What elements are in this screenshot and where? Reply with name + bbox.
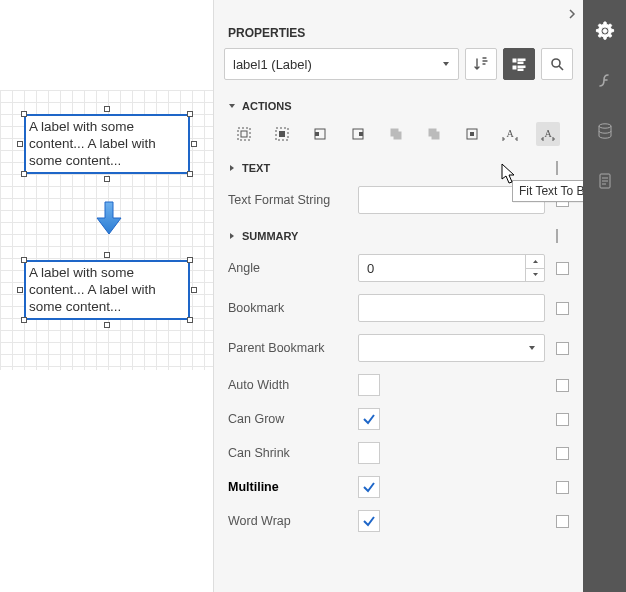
can-grow-checkbox[interactable] bbox=[358, 408, 380, 430]
search-icon bbox=[549, 56, 565, 72]
resize-handle[interactable] bbox=[104, 322, 110, 328]
action-align-right[interactable] bbox=[346, 122, 370, 146]
svg-rect-15 bbox=[359, 132, 363, 136]
label-box-before[interactable]: A label with some content... A label wit… bbox=[24, 114, 190, 174]
svg-rect-17 bbox=[394, 132, 401, 139]
section-actions-header[interactable]: Actions bbox=[214, 90, 583, 118]
collapse-panel-button[interactable] bbox=[567, 7, 577, 17]
sidebar-tab-reports[interactable] bbox=[583, 160, 626, 202]
prop-label: Bookmark bbox=[228, 301, 358, 315]
resize-handle[interactable] bbox=[104, 176, 110, 182]
category-view-button[interactable] bbox=[503, 48, 535, 80]
svg-rect-0 bbox=[513, 59, 516, 62]
sort-button[interactable] bbox=[465, 48, 497, 80]
svg-rect-2 bbox=[518, 59, 525, 61]
svg-rect-5 bbox=[518, 69, 523, 71]
section-text-label: Text bbox=[242, 162, 270, 174]
prop-label: Angle bbox=[228, 261, 358, 275]
prop-angle: Angle 0 bbox=[214, 248, 583, 288]
resize-handle[interactable] bbox=[187, 317, 193, 323]
prop-can-shrink: Can Shrink bbox=[214, 436, 583, 470]
sort-icon bbox=[473, 56, 489, 72]
properties-panel: PROPERTIES label1 (Label) bbox=[213, 0, 583, 592]
svg-point-24 bbox=[599, 124, 611, 128]
bookmark-input[interactable] bbox=[358, 294, 545, 322]
caret-right-icon bbox=[228, 232, 236, 240]
action-center[interactable] bbox=[460, 122, 484, 146]
svg-point-6 bbox=[552, 59, 560, 67]
caret-down-icon bbox=[442, 60, 450, 68]
section-summary-header[interactable]: Summary bbox=[214, 220, 583, 248]
label-box-after[interactable]: A label with some content... A label wit… bbox=[24, 260, 190, 320]
sidebar-tab-data[interactable] bbox=[583, 110, 626, 152]
prop-label: Can Grow bbox=[228, 412, 358, 426]
resize-handle[interactable] bbox=[187, 111, 193, 117]
document-icon bbox=[595, 171, 615, 191]
svg-rect-3 bbox=[518, 62, 523, 64]
prop-bookmark: Bookmark bbox=[214, 288, 583, 328]
svg-text:A: A bbox=[544, 128, 552, 139]
sidebar-tab-properties[interactable] bbox=[583, 10, 626, 52]
resize-handle[interactable] bbox=[191, 287, 197, 293]
resize-handle[interactable] bbox=[191, 141, 197, 147]
svg-rect-4 bbox=[518, 66, 525, 68]
resize-handle[interactable] bbox=[21, 171, 27, 177]
parent-bookmark-dropdown[interactable] bbox=[358, 334, 545, 362]
resize-handle[interactable] bbox=[21, 257, 27, 263]
database-icon bbox=[595, 121, 615, 141]
prop-auto-width: Auto Width bbox=[214, 368, 583, 402]
tooltip: Fit Text To Bounds bbox=[512, 180, 583, 202]
resize-handle[interactable] bbox=[187, 257, 193, 263]
design-canvas[interactable]: A label with some content... A label wit… bbox=[0, 0, 213, 592]
prop-word-wrap: Word Wrap bbox=[214, 504, 583, 538]
override-indicator[interactable] bbox=[556, 413, 569, 426]
override-indicator[interactable] bbox=[556, 161, 558, 175]
resize-handle[interactable] bbox=[187, 171, 193, 177]
spinner-up[interactable] bbox=[526, 255, 544, 269]
action-align-left[interactable] bbox=[308, 122, 332, 146]
override-indicator[interactable] bbox=[556, 481, 569, 494]
sidebar-tab-expressions[interactable] bbox=[583, 60, 626, 102]
auto-width-checkbox[interactable] bbox=[358, 374, 380, 396]
resize-handle[interactable] bbox=[104, 252, 110, 258]
search-button[interactable] bbox=[541, 48, 573, 80]
svg-line-7 bbox=[559, 66, 563, 70]
spinner-down[interactable] bbox=[526, 269, 544, 282]
section-actions-label: Actions bbox=[242, 100, 292, 112]
override-indicator[interactable] bbox=[556, 515, 569, 528]
element-selector-dropdown[interactable]: label1 (Label) bbox=[224, 48, 459, 80]
resize-handle[interactable] bbox=[17, 287, 23, 293]
angle-input[interactable]: 0 bbox=[358, 254, 545, 282]
prop-label: Parent Bookmark bbox=[228, 341, 358, 355]
section-text-header[interactable]: Text bbox=[214, 152, 583, 180]
word-wrap-checkbox[interactable] bbox=[358, 510, 380, 532]
override-indicator[interactable] bbox=[556, 379, 569, 392]
resize-handle[interactable] bbox=[17, 141, 23, 147]
svg-rect-11 bbox=[279, 131, 285, 137]
svg-text:A: A bbox=[506, 128, 514, 139]
override-indicator[interactable] bbox=[556, 447, 569, 460]
prop-label: Auto Width bbox=[228, 378, 358, 392]
action-fit-bounds-alt[interactable] bbox=[270, 122, 294, 146]
can-shrink-checkbox[interactable] bbox=[358, 442, 380, 464]
override-indicator[interactable] bbox=[556, 302, 569, 315]
override-indicator[interactable] bbox=[556, 262, 569, 275]
prop-label: Can Shrink bbox=[228, 446, 358, 460]
svg-rect-1 bbox=[513, 66, 516, 69]
svg-rect-9 bbox=[241, 131, 247, 137]
override-indicator[interactable] bbox=[556, 342, 569, 355]
action-fit-text-to-bounds[interactable]: A bbox=[536, 122, 560, 146]
multiline-checkbox[interactable] bbox=[358, 476, 380, 498]
svg-rect-8 bbox=[238, 128, 250, 140]
resize-handle[interactable] bbox=[21, 111, 27, 117]
prop-multiline: Multiline bbox=[214, 470, 583, 504]
resize-handle[interactable] bbox=[104, 106, 110, 112]
action-bring-front bbox=[422, 122, 446, 146]
resize-handle[interactable] bbox=[21, 317, 27, 323]
override-indicator[interactable] bbox=[556, 229, 558, 243]
prop-parent-bookmark: Parent Bookmark bbox=[214, 328, 583, 368]
action-fit-bounds[interactable] bbox=[232, 122, 256, 146]
list-category-icon bbox=[511, 56, 527, 72]
action-fit-bounds-to-text[interactable]: A bbox=[498, 122, 522, 146]
section-summary-label: Summary bbox=[242, 230, 298, 242]
